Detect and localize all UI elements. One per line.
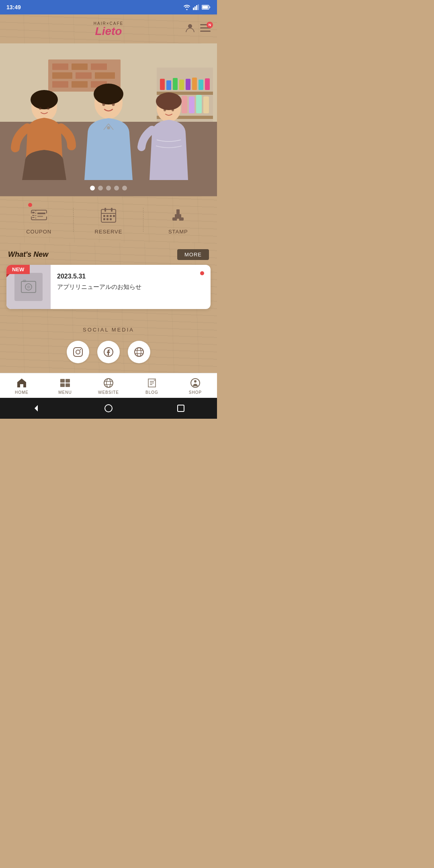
home-button[interactable] [104,403,113,413]
news-text: アプリリニューアルのお知らせ [57,283,204,291]
svg-rect-18 [95,72,115,79]
svg-rect-38 [196,95,202,113]
svg-rect-10 [200,31,211,32]
svg-rect-19 [52,81,68,88]
svg-rect-37 [189,96,194,113]
new-tag: NEW [6,265,30,274]
instagram-icon [72,346,84,358]
profile-button[interactable] [185,23,195,35]
coupon-button[interactable]: COUPON [4,205,74,235]
photo-placeholder-icon [20,279,37,295]
svg-rect-0 [193,8,194,10]
svg-rect-71 [110,215,112,217]
svg-rect-95 [66,383,70,387]
stamp-button[interactable]: STAMP [143,205,213,235]
svg-rect-14 [72,63,88,70]
svg-rect-67 [111,208,113,212]
svg-rect-25 [160,79,165,90]
svg-rect-16 [52,72,72,79]
news-content: 2023.5.31 アプリリニューアルのお知らせ [51,265,211,309]
svg-rect-1 [194,6,196,10]
svg-rect-32 [205,78,210,90]
recents-icon [176,403,186,413]
svg-point-43 [39,107,41,110]
reserve-label: RESERVE [95,229,123,235]
svg-rect-61 [32,215,35,216]
svg-point-96 [104,379,113,387]
reserve-button[interactable]: RESERVE [74,205,143,235]
menu-icon [59,377,71,389]
svg-rect-27 [173,78,178,90]
facebook-button[interactable] [97,341,120,363]
social-icons [8,341,209,363]
hero-svg [0,43,217,180]
carousel-dot-2[interactable] [98,186,103,190]
nav-home[interactable]: HOME [8,377,36,395]
status-icons [183,4,211,10]
svg-point-54 [164,109,166,111]
svg-rect-107 [178,405,184,411]
whats-new-section: What's New MORE NEW 2023.5.31 アプリリニューアルの… [0,243,217,373]
carousel-dot-1[interactable] [90,186,95,190]
svg-point-46 [94,84,123,104]
instagram-button[interactable] [67,341,89,363]
menu-button[interactable]: N [200,24,211,34]
svg-rect-28 [179,80,184,90]
coupon-new-badge [28,203,32,207]
nav-menu-label: MENU [58,390,72,395]
home-icon [16,377,27,389]
website-button[interactable] [128,341,150,363]
nav-shop-label: SHOP [189,390,202,395]
nav-home-label: HOME [15,390,29,395]
svg-point-47 [107,126,110,129]
website-nav-icon [103,377,114,389]
svg-rect-75 [110,218,112,220]
svg-point-55 [172,109,174,111]
svg-rect-63 [37,213,45,214]
carousel-dot-5[interactable] [122,186,127,190]
svg-point-58 [45,213,48,217]
svg-rect-72 [113,215,115,217]
svg-rect-73 [103,218,105,220]
stamp-label: STAMP [168,229,188,235]
recents-button[interactable] [176,403,186,413]
svg-rect-3 [198,4,199,10]
svg-rect-93 [66,379,70,383]
back-button[interactable] [31,403,41,413]
news-thumbnail-inner [14,273,43,301]
svg-rect-83 [23,280,26,282]
svg-rect-36 [182,96,187,113]
nav-website[interactable]: WEBSITE [94,377,123,395]
svg-point-89 [137,348,141,356]
svg-rect-94 [60,383,65,387]
svg-point-7 [188,24,192,28]
svg-rect-60 [32,212,35,213]
news-date: 2023.5.31 [57,273,204,280]
svg-rect-66 [104,208,106,212]
coupon-icon [29,205,49,225]
globe-icon [133,346,145,358]
news-card[interactable]: NEW 2023.5.31 アプリリニューアルのお知らせ [6,265,211,309]
nav-blog[interactable]: BLOG [138,377,166,395]
svg-point-104 [194,380,197,383]
blog-icon [146,377,158,389]
status-bar: 13:49 [0,0,217,14]
carousel-dot-4[interactable] [114,186,119,190]
svg-rect-69 [103,215,105,217]
carousel-dot-3[interactable] [106,186,111,190]
android-home-icon [104,403,113,413]
signal-icon [193,4,199,10]
svg-rect-62 [32,217,35,218]
nav-menu[interactable]: MENU [51,377,79,395]
carousel-dots [0,180,217,196]
menu-badge: N [207,22,213,28]
back-icon [31,403,41,413]
svg-rect-20 [72,81,88,88]
nav-shop[interactable]: SHOP [181,377,209,395]
quick-actions: COUPON RESERVE [0,196,217,243]
hero-image [0,43,217,180]
more-button[interactable]: MORE [177,249,209,260]
svg-point-85 [76,350,80,354]
header: HAIR×CAFE Lieto N [0,14,217,43]
svg-point-57 [30,213,33,217]
